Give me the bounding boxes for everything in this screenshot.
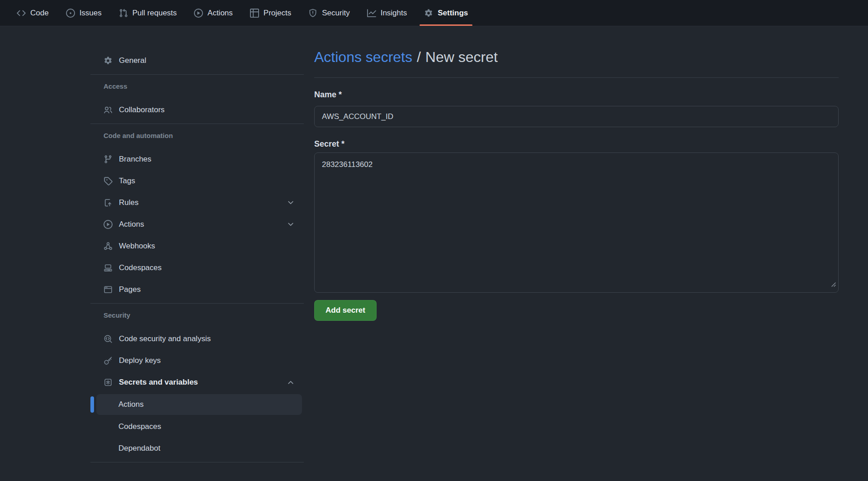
- sidebar-item-label: Actions: [118, 400, 144, 409]
- sidebar-item-label: Codespaces: [119, 263, 162, 272]
- new-secret-panel: Actions secrets/New secret Name * Secret…: [314, 48, 839, 321]
- issue-opened-icon: [66, 9, 75, 18]
- rules-icon: [104, 198, 113, 207]
- tag-icon: [104, 176, 113, 186]
- breadcrumb-separator: /: [417, 49, 421, 65]
- sidebar-item-label: Collaborators: [119, 105, 165, 114]
- chevron-up-icon: [287, 378, 295, 386]
- breadcrumb-current: New secret: [425, 49, 498, 65]
- code-icon: [17, 9, 26, 18]
- sidebar-item-label: General: [119, 56, 146, 65]
- textarea-resize-handle[interactable]: [830, 281, 837, 290]
- tab-pull-requests[interactable]: Pull requests: [113, 0, 183, 26]
- tab-insights[interactable]: Insights: [361, 0, 414, 26]
- play-icon: [104, 220, 113, 229]
- actions-secrets-breadcrumb-link[interactable]: Actions secrets: [314, 49, 412, 65]
- sidebar-item-codespaces[interactable]: Codespaces: [96, 258, 302, 278]
- sidebar-item-label: Branches: [119, 155, 151, 164]
- sidebar-item-collaborators[interactable]: Collaborators: [96, 100, 302, 120]
- tab-label: Projects: [264, 9, 291, 18]
- sidebar-item-deploy-keys[interactable]: Deploy keys: [96, 351, 302, 371]
- sidebar-subitem-dependabot[interactable]: Dependabot: [96, 438, 302, 458]
- sidebar-item-label: Secrets and variables: [119, 378, 198, 387]
- sidebar-item-label: Tags: [119, 176, 135, 186]
- tab-security[interactable]: Security: [302, 0, 356, 26]
- sidebar-subitem-actions[interactable]: Actions: [96, 394, 302, 415]
- tab-label: Insights: [381, 9, 407, 18]
- play-icon: [194, 9, 203, 18]
- sidebar-item-branches[interactable]: Branches: [96, 149, 302, 169]
- tab-code[interactable]: Code: [10, 0, 55, 26]
- settings-sidebar: General Access Collaborators Code and au…: [90, 51, 304, 468]
- sidebar-section-header-access: Access: [96, 82, 304, 91]
- chevron-down-icon: [287, 199, 295, 207]
- tab-label: Pull requests: [132, 9, 177, 18]
- tab-label: Code: [30, 9, 49, 18]
- sidebar-item-label: Rules: [119, 198, 138, 207]
- tab-label: Issues: [80, 9, 102, 18]
- sidebar-item-pages[interactable]: Pages: [96, 280, 302, 300]
- gear-icon: [424, 9, 433, 18]
- webhook-icon: [104, 242, 113, 251]
- tab-settings[interactable]: Settings: [418, 0, 474, 26]
- tab-label: Actions: [208, 9, 233, 18]
- sidebar-item-label: Code security and analysis: [119, 334, 211, 343]
- key-asterisk-icon: [104, 378, 113, 387]
- browser-icon: [104, 285, 113, 294]
- sidebar-item-label: Deploy keys: [119, 356, 161, 365]
- sidebar-item-label: Webhooks: [119, 242, 155, 251]
- sidebar-item-tags[interactable]: Tags: [96, 171, 302, 191]
- sidebar-divider: [90, 74, 304, 75]
- sidebar-item-label: Pages: [119, 285, 141, 294]
- gear-icon: [104, 56, 113, 65]
- chevron-down-icon: [287, 220, 295, 229]
- tab-issues[interactable]: Issues: [60, 0, 108, 26]
- sidebar-item-secrets-and-variables[interactable]: Secrets and variables: [96, 372, 302, 392]
- git-branch-icon: [104, 155, 113, 164]
- page-title: Actions secrets/New secret: [314, 48, 839, 78]
- secret-value-wrapper: 283236113602: [314, 152, 839, 293]
- selected-item-indicator: [90, 396, 94, 413]
- name-field-label: Name *: [314, 90, 839, 100]
- git-pull-request-icon: [119, 9, 128, 18]
- sidebar-subitem-codespaces[interactable]: Codespaces: [96, 417, 302, 437]
- shield-icon: [308, 9, 317, 18]
- tab-actions[interactable]: Actions: [188, 0, 239, 26]
- repo-tab-bar: Code Issues Pull requests Actions Projec…: [0, 0, 868, 26]
- key-icon: [104, 356, 113, 365]
- secret-name-input[interactable]: [314, 106, 839, 127]
- tab-label: Settings: [438, 9, 468, 18]
- sidebar-item-actions[interactable]: Actions: [96, 214, 302, 234]
- graph-icon: [367, 9, 376, 18]
- sidebar-item-code-security-and-analysis[interactable]: Code security and analysis: [96, 329, 302, 349]
- active-tab-underline: [420, 24, 472, 26]
- sidebar-item-rules[interactable]: Rules: [96, 193, 302, 213]
- code-scan-icon: [104, 334, 113, 343]
- secret-field-label: Secret *: [314, 139, 839, 149]
- sidebar-item-label: Dependabot: [118, 444, 160, 453]
- sidebar-divider: [90, 303, 304, 304]
- add-secret-button[interactable]: Add secret: [314, 300, 377, 321]
- tab-label: Security: [322, 9, 349, 18]
- sidebar-section-header-code-and-automation: Code and automation: [96, 131, 304, 140]
- tab-projects[interactable]: Projects: [244, 0, 297, 26]
- secret-value-textarea[interactable]: 283236113602: [314, 152, 839, 293]
- sidebar-section-header-security: Security: [96, 311, 304, 320]
- people-icon: [104, 105, 113, 114]
- sidebar-item-webhooks[interactable]: Webhooks: [96, 236, 302, 256]
- sidebar-item-label: Actions: [119, 220, 144, 229]
- sidebar-divider: [90, 124, 304, 124]
- sidebar-item-general[interactable]: General: [96, 51, 302, 71]
- sidebar-divider: [90, 462, 304, 462]
- codespaces-icon: [104, 263, 113, 272]
- sidebar-item-label: Codespaces: [118, 422, 161, 431]
- table-icon: [250, 9, 259, 18]
